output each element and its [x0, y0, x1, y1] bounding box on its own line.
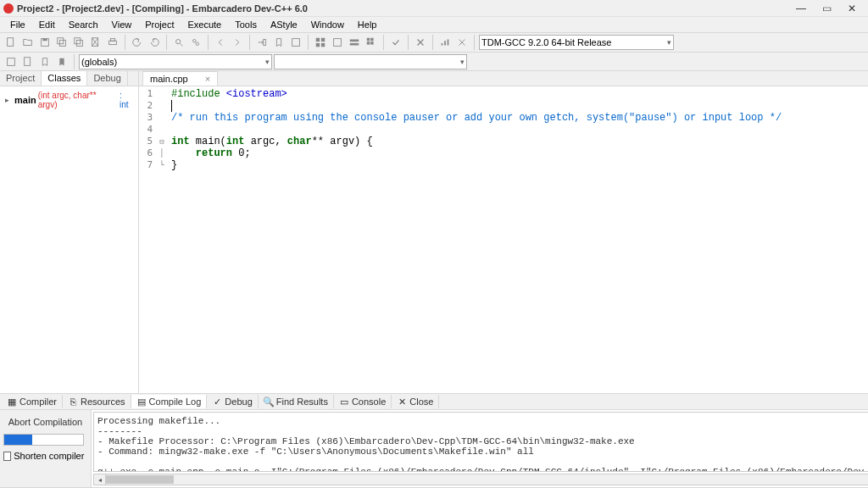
compile-icon[interactable]: [313, 35, 328, 50]
scroll-thumb[interactable]: [106, 475, 174, 484]
member-select[interactable]: ▾: [274, 54, 467, 69]
bottom-tab-label: Close: [409, 396, 433, 407]
editor-tab-label: main.cpp: [150, 74, 188, 84]
line-gutter: 1234567: [139, 86, 156, 393]
bottom-tab-compile-log[interactable]: ▤Compile Log: [131, 395, 208, 408]
fold-gutter[interactable]: ⊟│└: [156, 86, 168, 393]
compile-log[interactable]: Processing makefile... -------- - Makefi…: [93, 412, 868, 472]
print-icon[interactable]: [105, 35, 120, 50]
compile-progress: [3, 434, 84, 446]
log-hscrollbar[interactable]: ◂ ▸: [93, 474, 868, 485]
open-file-icon[interactable]: [20, 35, 36, 50]
goto-bookmark-icon[interactable]: [288, 35, 303, 50]
compile-run-icon[interactable]: [347, 35, 362, 50]
goto-bm-icon[interactable]: [54, 54, 70, 69]
rebuild-icon[interactable]: [364, 35, 379, 50]
replace-icon[interactable]: [188, 35, 203, 50]
class-tree[interactable]: ▸ main (int argc, char** argv) : int: [0, 86, 138, 393]
undo-icon[interactable]: [130, 35, 145, 50]
svg-rect-13: [264, 40, 266, 46]
bottom-tab-close[interactable]: ✕Close: [392, 395, 439, 408]
chevron-down-icon: ▾: [667, 38, 671, 47]
find-icon[interactable]: [171, 35, 186, 50]
code-editor[interactable]: 1234567 ⊟│└ #include <iostream>/* run th…: [139, 86, 868, 393]
tree-item-main[interactable]: ▸ main (int argc, char** argv) : int: [2, 90, 136, 110]
bottom-tab-find-results[interactable]: 🔍Find Results: [259, 395, 334, 408]
menu-astyle[interactable]: AStyle: [264, 18, 304, 31]
svg-rect-0: [8, 38, 14, 47]
minimize-button[interactable]: —: [788, 1, 814, 16]
menu-help[interactable]: Help: [351, 18, 384, 31]
maximize-button[interactable]: ▭: [814, 1, 839, 16]
menu-edit[interactable]: Edit: [32, 18, 62, 31]
new-class-icon[interactable]: [3, 54, 19, 69]
compiler-select[interactable]: TDM-GCC 9.2.0 64-bit Release ▾: [479, 35, 674, 50]
debug-icon[interactable]: [388, 35, 403, 50]
compile-log-panel: Abort Compilation Shorten compiler path …: [0, 410, 868, 488]
goto-icon[interactable]: [254, 35, 270, 50]
svg-rect-27: [25, 57, 31, 65]
checkbox-icon[interactable]: [3, 452, 11, 461]
new-file-icon[interactable]: [3, 35, 19, 50]
svg-rect-25: [370, 42, 374, 45]
svg-rect-5: [75, 38, 81, 44]
svg-rect-23: [370, 38, 374, 42]
bottom-tab-label: Resources: [81, 396, 125, 407]
tree-toggle-icon[interactable]: ▸: [5, 96, 13, 104]
forward-icon[interactable]: [230, 35, 245, 50]
menu-window[interactable]: Window: [304, 18, 351, 31]
menu-tools[interactable]: Tools: [228, 18, 264, 31]
insert-icon[interactable]: [20, 54, 36, 69]
window-title: Project2 - [Project2.dev] - [Compiling] …: [17, 3, 788, 14]
shorten-label: Shorten compiler path: [14, 451, 87, 461]
save-all2-icon[interactable]: [71, 35, 86, 50]
side-tab-classes[interactable]: Classes: [42, 71, 87, 86]
svg-rect-3: [58, 38, 64, 44]
tree-func-ret: : int: [120, 91, 133, 109]
back-icon[interactable]: [213, 35, 228, 50]
redo-icon[interactable]: [147, 35, 162, 50]
abort-button[interactable]: Abort Compilation: [3, 413, 87, 430]
shorten-path-checkbox[interactable]: Shorten compiler path: [3, 451, 87, 461]
side-tab-debug[interactable]: Debug: [87, 71, 127, 86]
scope-select[interactable]: (globals) ▾: [79, 54, 272, 69]
close-button[interactable]: ✕: [839, 1, 865, 16]
menu-view[interactable]: View: [105, 18, 139, 31]
bottom-tabs: ▦Compiler⎘Resources▤Compile Log✓Debug🔍Fi…: [0, 393, 868, 410]
menu-bar: FileEditSearchViewProjectExecuteToolsASt…: [0, 17, 868, 32]
bottom-tab-debug[interactable]: ✓Debug: [207, 395, 258, 408]
save-icon[interactable]: [37, 35, 53, 50]
scroll-left-icon[interactable]: ◂: [94, 474, 106, 485]
menu-execute[interactable]: Execute: [181, 18, 228, 31]
menu-file[interactable]: File: [3, 18, 32, 31]
console-icon: ▭: [339, 396, 349, 407]
find-icon: 🔍: [264, 396, 274, 407]
svg-rect-18: [321, 43, 325, 47]
svg-point-10: [176, 40, 181, 44]
side-tabs: ProjectClassesDebug: [0, 71, 138, 86]
svg-rect-8: [109, 41, 117, 44]
editor-tab-main[interactable]: main.cpp ×: [142, 71, 218, 86]
bottom-tab-compiler[interactable]: ▦Compiler: [2, 395, 63, 408]
tab-close-icon[interactable]: ×: [205, 74, 210, 84]
log-icon: ▤: [136, 396, 147, 407]
svg-rect-4: [59, 40, 65, 46]
svg-rect-19: [334, 39, 342, 47]
bookmark-icon[interactable]: [271, 35, 287, 50]
svg-rect-15: [316, 38, 320, 42]
bottom-tab-resources[interactable]: ⎘Resources: [63, 395, 131, 408]
save-all-icon[interactable]: [54, 35, 70, 50]
menu-project[interactable]: Project: [138, 18, 181, 31]
tree-func-sig: (int argc, char** argv): [38, 91, 118, 109]
side-tab-project[interactable]: Project: [0, 71, 42, 86]
toggle-bm-icon[interactable]: [37, 54, 53, 69]
profile-icon[interactable]: [437, 35, 453, 50]
code-area[interactable]: #include <iostream>/* run this program u…: [168, 86, 868, 393]
svg-rect-17: [316, 43, 320, 47]
menu-search[interactable]: Search: [62, 18, 105, 31]
delete-profile-icon[interactable]: [454, 35, 470, 50]
stop-icon[interactable]: [413, 35, 428, 50]
close-file-icon[interactable]: [88, 35, 103, 50]
run-icon[interactable]: [330, 35, 345, 50]
bottom-tab-console[interactable]: ▭Console: [334, 395, 392, 408]
